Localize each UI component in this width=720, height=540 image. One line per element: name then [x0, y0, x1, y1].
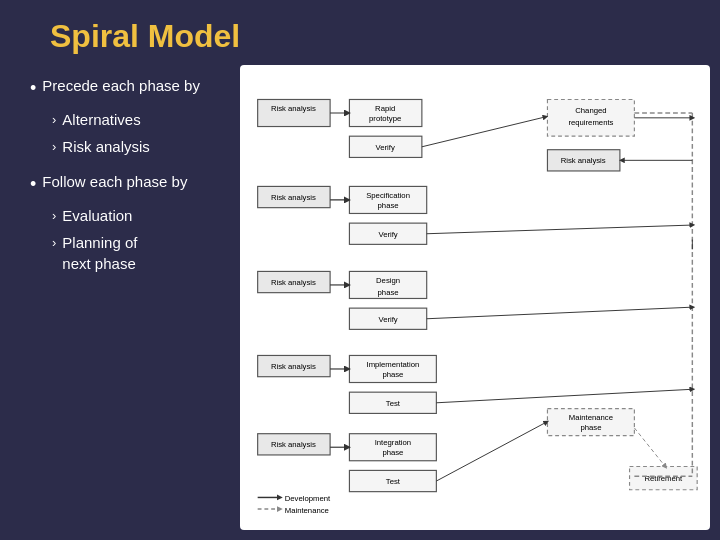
svg-text:Test: Test	[386, 399, 401, 408]
svg-text:phase: phase	[378, 288, 399, 297]
sub-item-risk-text: Risk analysis	[62, 136, 150, 157]
svg-text:Maintenance: Maintenance	[569, 413, 613, 422]
slide-title: Spiral Model	[0, 0, 720, 65]
sub-item-evaluation: › Evaluation	[30, 205, 230, 226]
bullet-2: • Follow each phase by	[30, 171, 230, 197]
svg-text:Risk analysis: Risk analysis	[561, 156, 606, 165]
sub-item-evaluation-text: Evaluation	[62, 205, 132, 226]
svg-text:Integration: Integration	[375, 438, 411, 447]
svg-line-61	[634, 428, 665, 467]
svg-text:Test: Test	[386, 477, 401, 486]
sub-arrow-1: ›	[52, 111, 56, 129]
sub-item-planning: › Planning ofnext phase	[30, 232, 230, 274]
diagram-panel: Risk analysis Rapid prototype Verify Cha…	[240, 65, 710, 530]
sub-item-alternatives: › Alternatives	[30, 109, 230, 130]
svg-text:Risk analysis: Risk analysis	[271, 362, 316, 371]
svg-line-56	[427, 307, 693, 319]
diagram-container: Risk analysis Rapid prototype Verify Cha…	[248, 73, 702, 522]
svg-marker-65	[277, 495, 283, 501]
bullet-dot-2: •	[30, 172, 36, 197]
svg-marker-68	[277, 506, 283, 512]
svg-line-60	[436, 422, 546, 481]
sub-arrow-4: ›	[52, 234, 56, 252]
sub-item-alternatives-text: Alternatives	[62, 109, 140, 130]
svg-text:Verify: Verify	[378, 230, 397, 239]
bullet-1: • Precede each phase by	[30, 75, 230, 101]
svg-line-53	[427, 225, 693, 234]
svg-text:Risk analysis: Risk analysis	[271, 440, 316, 449]
svg-text:phase: phase	[580, 423, 601, 432]
svg-text:Risk analysis: Risk analysis	[271, 278, 316, 287]
bullet-2-text: Follow each phase by	[42, 171, 187, 192]
svg-text:Implementation: Implementation	[367, 360, 420, 369]
sub-arrow-3: ›	[52, 207, 56, 225]
slide: Spiral Model • Precede each phase by › A…	[0, 0, 720, 540]
sub-arrow-2: ›	[52, 138, 56, 156]
svg-line-58	[436, 389, 692, 403]
svg-text:Rapid: Rapid	[375, 104, 395, 113]
svg-text:Specification: Specification	[366, 191, 410, 200]
svg-text:Risk analysis: Risk analysis	[271, 104, 316, 113]
diagram-svg: Risk analysis Rapid prototype Verify Cha…	[248, 73, 702, 522]
svg-line-49	[422, 117, 546, 147]
svg-text:phase: phase	[382, 370, 403, 379]
svg-text:phase: phase	[382, 448, 403, 457]
sub-item-risk-analysis: › Risk analysis	[30, 136, 230, 157]
svg-text:requirements: requirements	[568, 118, 613, 127]
svg-text:Design: Design	[376, 276, 400, 285]
svg-text:Changed: Changed	[575, 106, 606, 115]
svg-text:Verify: Verify	[376, 143, 395, 152]
svg-text:Verify: Verify	[378, 315, 397, 324]
svg-text:Maintenance: Maintenance	[285, 506, 329, 515]
content-area: • Precede each phase by › Alternatives ›…	[0, 65, 720, 540]
svg-text:prototype: prototype	[369, 114, 401, 123]
svg-text:phase: phase	[378, 201, 399, 210]
svg-text:Retirement: Retirement	[644, 474, 683, 483]
svg-text:Development: Development	[285, 494, 331, 503]
bullet-dot-1: •	[30, 76, 36, 101]
svg-text:Risk analysis: Risk analysis	[271, 193, 316, 202]
sub-item-planning-text: Planning ofnext phase	[62, 232, 137, 274]
left-panel: • Precede each phase by › Alternatives ›…	[10, 65, 240, 530]
bullet-1-text: Precede each phase by	[42, 75, 200, 96]
